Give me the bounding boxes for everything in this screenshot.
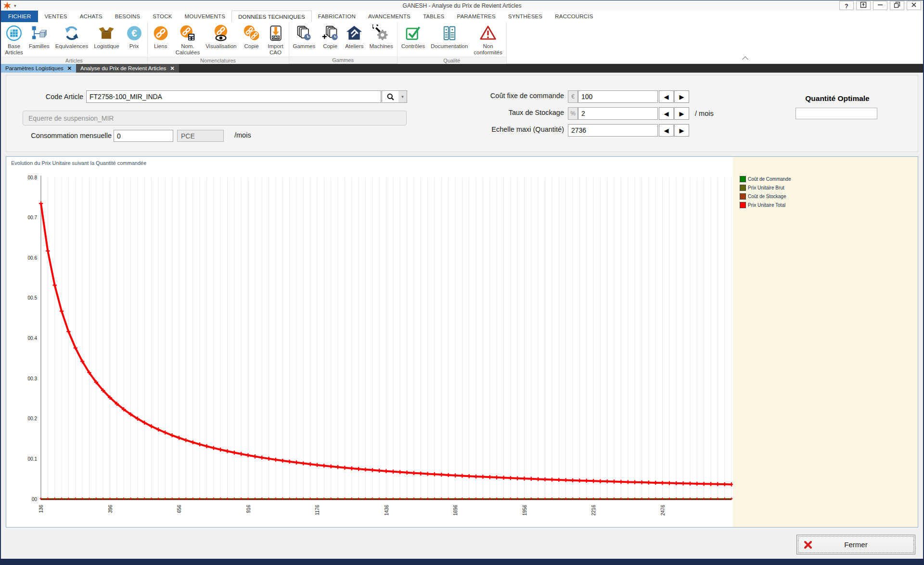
- svg-text:00.4: 00.4: [28, 336, 38, 341]
- consommation-input[interactable]: [114, 130, 173, 142]
- svg-text:916: 916: [246, 505, 251, 513]
- ribbon-tab-mouvements[interactable]: MOUVEMENTS: [179, 11, 231, 22]
- ribbon-tab-fichier[interactable]: FICHIER: [1, 11, 38, 22]
- percent-prefix: %: [568, 107, 578, 120]
- ribbon-tab-besoins[interactable]: BESOINS: [109, 11, 147, 22]
- legend-item: Coût de Commande: [740, 176, 791, 182]
- ribbon-group-nomenclatures: Liens Nom. Calculées Visualisation Copie…: [148, 22, 289, 63]
- taux-stockage-input[interactable]: [578, 107, 658, 120]
- document-tab-bar: Paramètres Logistiques ✕ Analyse du Prix…: [1, 64, 923, 73]
- svg-text:00.6: 00.6: [28, 255, 38, 261]
- ribbon-item-documentation[interactable]: Documentation: [428, 23, 471, 50]
- close-tab-icon[interactable]: ✕: [170, 65, 174, 72]
- window-help-button[interactable]: ?: [839, 1, 854, 10]
- ribbon-item-prix[interactable]: € Prix: [122, 23, 146, 50]
- window-frame-left: [0, 0, 1, 565]
- ribbon-tab-synth-ses[interactable]: SYNTHÈSES: [502, 11, 549, 22]
- echelle-maxi-input[interactable]: [568, 124, 658, 137]
- cout-fixe-decrement-button[interactable]: ◀: [659, 90, 674, 103]
- ribbon-tab-fabrication[interactable]: FABRICATION: [312, 11, 362, 22]
- taux-stockage-label: Taux de Stockage: [453, 109, 564, 116]
- documentation-icon: [440, 24, 459, 42]
- title-bar: ▾ GANESH - Analyse du Prix de Revient Ar…: [1, 0, 923, 11]
- search-dropdown-button[interactable]: ▼: [398, 90, 407, 103]
- app-icon[interactable]: [3, 2, 11, 10]
- fermer-button[interactable]: Fermer: [796, 535, 915, 554]
- ribbon-tab-tables[interactable]: TABLES: [417, 11, 450, 22]
- cout-fixe-increment-button[interactable]: ▶: [674, 90, 689, 103]
- ribbon-tab-avancements[interactable]: AVANCEMENTS: [362, 11, 417, 22]
- code-article-input[interactable]: [86, 90, 381, 103]
- search-button[interactable]: [382, 90, 399, 103]
- legend-swatch: [740, 202, 746, 208]
- ribbon-tab-raccourcis[interactable]: RACCOURCIS: [549, 11, 599, 22]
- code-article-label: Code Article: [29, 93, 83, 100]
- close-icon: [911, 1, 917, 10]
- doc-tab-0[interactable]: Paramètres Logistiques ✕: [1, 64, 76, 73]
- svg-text:1956: 1956: [522, 505, 527, 516]
- legend-item: Prix Unitaire Brut: [740, 185, 791, 191]
- close-x-icon: [804, 540, 812, 549]
- window-minimize-button[interactable]: [873, 1, 887, 10]
- cout-fixe-input[interactable]: [578, 90, 658, 103]
- chart-panel: Evolution du Prix Unitaire suivant la Qu…: [6, 156, 918, 527]
- ribbon-item-liens[interactable]: Liens: [149, 23, 173, 50]
- help-icon: ?: [845, 1, 848, 10]
- ribbon-tab-donn-es-techniques[interactable]: DONNÉES TECHNIQUES: [231, 11, 312, 22]
- import-cao-icon: CAO: [267, 24, 285, 42]
- equivalences-icon: [63, 24, 81, 42]
- svg-text:00.5: 00.5: [28, 295, 38, 301]
- doc-tab-1[interactable]: Analyse du Prix de Revient Articles ✕: [76, 64, 179, 73]
- quick-access-caret-icon[interactable]: ▾: [14, 3, 16, 8]
- familles-icon: [30, 24, 48, 42]
- ribbon-item-gammes[interactable]: Gammes: [290, 23, 319, 50]
- ribbon-item-non-conformites[interactable]: Non conformités: [471, 23, 505, 57]
- liens-icon: [152, 24, 170, 42]
- fermer-button-label: Fermer: [797, 540, 915, 549]
- echelle-increment-button[interactable]: ▶: [674, 124, 689, 137]
- ribbon-item-copie-nomenclature[interactable]: Copie: [240, 23, 264, 50]
- restore-icon: [894, 1, 900, 10]
- euro-prefix: €: [568, 90, 578, 103]
- ribbon-item-equivalences[interactable]: Equivalences: [52, 23, 91, 50]
- echelle-decrement-button[interactable]: ◀: [659, 124, 674, 137]
- ribbon-item-nom-calculees[interactable]: Nom. Calculées: [173, 23, 203, 57]
- close-tab-icon[interactable]: ✕: [67, 65, 72, 72]
- ribbon-item-machines[interactable]: Machines: [367, 23, 396, 50]
- svg-text:00: 00: [32, 497, 38, 502]
- non-conformites-icon: [479, 24, 497, 42]
- taux-decrement-button[interactable]: ◀: [659, 107, 674, 120]
- ribbon-item-controles[interactable]: Contrôles: [398, 23, 428, 50]
- svg-text:1696: 1696: [453, 505, 458, 516]
- ribbon-item-logistique[interactable]: Logistique: [91, 23, 122, 50]
- window-title: GANESH - Analyse du Prix de Revient Arti…: [1, 2, 923, 9]
- taux-increment-button[interactable]: ▶: [674, 107, 689, 120]
- echelle-maxi-label: Echelle maxi (Quantité): [453, 126, 564, 133]
- machines-icon: [372, 24, 390, 42]
- ribbon-tab-ventes[interactable]: VENTES: [38, 11, 73, 22]
- quantite-optimale-label: Quantité Optimale: [794, 94, 881, 103]
- visualisation-icon: [212, 24, 230, 42]
- legend-swatch: [740, 185, 746, 191]
- window-restore-button[interactable]: [890, 1, 904, 10]
- ribbon-item-visualisation[interactable]: Visualisation: [203, 23, 239, 50]
- ribbon-tab-stock[interactable]: STOCK: [146, 11, 178, 22]
- ribbon-group-gammes: Gammes Copie Ateliers Machines Gammes: [289, 22, 398, 63]
- ribbon-item-familles[interactable]: Familles: [26, 23, 52, 50]
- window-close-button[interactable]: [907, 1, 921, 10]
- ribbon-item-base-articles[interactable]: Base Articles: [2, 23, 26, 57]
- ribbon-item-ateliers[interactable]: Ateliers: [342, 23, 366, 50]
- window-frame-top: [0, 0, 924, 0]
- ribbon-tab-achats[interactable]: ACHATS: [74, 11, 109, 22]
- window-pin-ribbon-button[interactable]: [856, 1, 871, 10]
- ribbon-tab-param-tres[interactable]: PARAMÈTRES: [450, 11, 501, 22]
- ribbon-item-copie-gammes[interactable]: Copie: [318, 23, 342, 50]
- quantite-optimale-input[interactable]: [796, 108, 877, 119]
- svg-text:2216: 2216: [591, 505, 596, 516]
- svg-text:656: 656: [177, 505, 182, 513]
- designation-field: Equerre de suspension_MIR: [23, 111, 407, 126]
- svg-text:136: 136: [38, 505, 44, 513]
- taux-suffix-label: / mois: [695, 110, 714, 117]
- chart-legend: Coût de Commande Prix Unitaire Brut Coût…: [740, 176, 791, 208]
- ribbon-item-import-cao[interactable]: CAO Import CAO: [264, 23, 288, 57]
